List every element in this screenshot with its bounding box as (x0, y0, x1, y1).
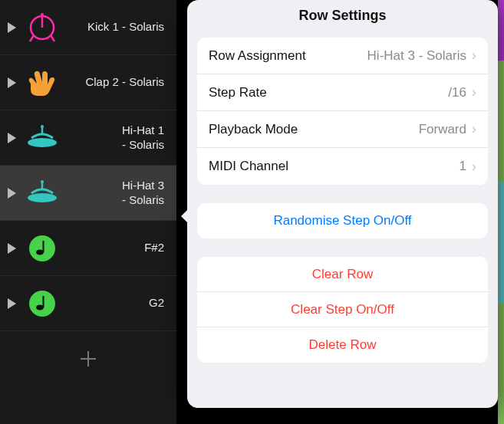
setting-value: Hi-Hat 3 - Solaris (367, 48, 466, 64)
setting-value: 1 (460, 159, 466, 174)
setting-row-playback-mode[interactable]: Playback ModeForward› (197, 111, 488, 148)
randomise-section: Randomise Step On/Off (197, 203, 488, 238)
setting-label: MIDI Channel (209, 159, 460, 174)
destructive-section: Clear RowClear Step On/OffDelete Row (197, 257, 488, 363)
clear-row-button[interactable]: Clear Row (197, 257, 488, 292)
setting-row-row-assignment[interactable]: Row AssignmentHi-Hat 3 - Solaris› (197, 38, 488, 74)
tracks-sidebar: Kick 1 - Solaris Clap 2 - Solaris Hi-Hat… (0, 0, 176, 424)
delete-row-button[interactable]: Delete Row (197, 327, 488, 363)
clear-step-on/off-button[interactable]: Clear Step On/Off (197, 292, 488, 327)
track-icon-wrap (24, 64, 61, 101)
chevron-right-icon: › (472, 84, 476, 100)
svg-point-14 (29, 291, 55, 317)
setting-value: Forward (419, 122, 466, 137)
setting-label: Playback Mode (209, 122, 419, 137)
setting-row-midi-channel[interactable]: MIDI Channel1› (197, 148, 488, 185)
play-button[interactable] (8, 22, 16, 33)
play-button[interactable] (8, 188, 16, 199)
right-edge-preview (498, 0, 504, 424)
svg-line-3 (30, 35, 34, 41)
setting-value: /16 (448, 85, 466, 100)
randomise-step-button[interactable]: Randomise Step On/Off (197, 203, 488, 238)
track-icon-wrap (24, 230, 61, 267)
svg-point-8 (28, 193, 57, 202)
settings-section: Row AssignmentHi-Hat 3 - Solaris›Step Ra… (197, 38, 488, 185)
play-button[interactable] (8, 133, 16, 143)
svg-line-4 (51, 35, 54, 41)
play-button[interactable] (8, 77, 16, 88)
hihat-icon (25, 124, 59, 152)
svg-point-2 (41, 13, 44, 16)
track-row[interactable]: Clap 2 - Solaris (0, 55, 176, 110)
plus-icon (78, 349, 98, 369)
track-label: G2 (68, 296, 169, 311)
hihat-icon (25, 179, 59, 207)
svg-point-11 (29, 235, 55, 261)
clap-icon (26, 67, 58, 99)
track-row[interactable]: Kick 1 - Solaris (0, 0, 176, 55)
track-row[interactable]: F#2 (0, 221, 176, 276)
setting-label: Step Rate (209, 85, 448, 100)
row-settings-popover: Row Settings Row AssignmentHi-Hat 3 - So… (187, 0, 498, 408)
add-track-button[interactable] (0, 331, 176, 386)
track-row[interactable]: Hi-Hat 1- Solaris (0, 110, 176, 166)
track-icon-wrap (24, 9, 61, 46)
chevron-right-icon: › (472, 48, 476, 64)
track-icon-wrap (24, 175, 61, 212)
chevron-right-icon: › (472, 159, 476, 175)
svg-point-7 (41, 125, 44, 128)
track-row[interactable]: G2 (0, 276, 176, 331)
note-icon (28, 290, 56, 317)
track-label: F#2 (68, 241, 169, 255)
track-label: Hi-Hat 1- Solaris (68, 123, 169, 153)
track-label: Clap 2 - Solaris (68, 75, 169, 90)
svg-point-10 (41, 180, 44, 183)
track-row[interactable]: Hi-Hat 3- Solaris (0, 166, 176, 221)
svg-point-5 (28, 138, 57, 147)
popover-arrow (181, 209, 189, 224)
track-label: Kick 1 - Solaris (68, 20, 169, 35)
play-button[interactable] (8, 243, 16, 254)
track-icon-wrap (24, 120, 61, 156)
track-icon-wrap (24, 285, 61, 322)
track-label: Hi-Hat 3- Solaris (68, 179, 169, 208)
setting-row-step-rate[interactable]: Step Rate/16› (197, 74, 488, 111)
note-icon (28, 235, 56, 262)
setting-label: Row Assignment (209, 48, 367, 64)
kick-icon (27, 12, 58, 43)
chevron-right-icon: › (472, 121, 476, 137)
popover-title: Row Settings (187, 8, 498, 24)
play-button[interactable] (8, 298, 16, 309)
